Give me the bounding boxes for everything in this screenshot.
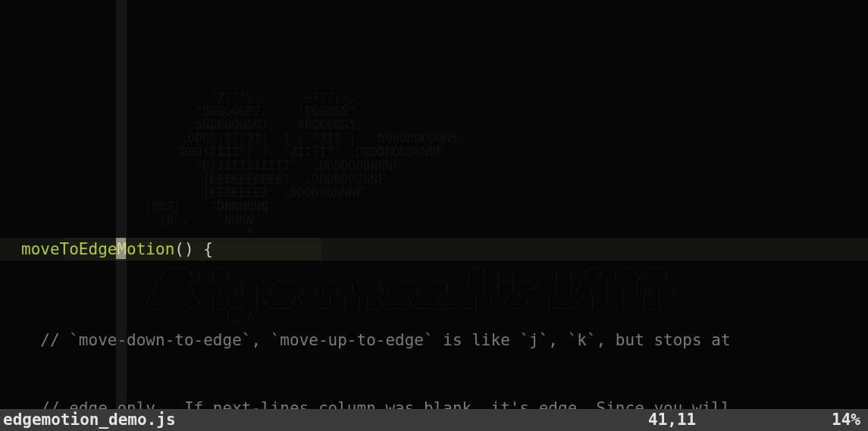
function-name: moveToEdgeMotion [21, 240, 174, 258]
code-line: moveToEdgeMotion() { [21, 238, 868, 261]
status-bar: edgemotion_demo.js 41,11 14% [0, 409, 868, 431]
code-line-comment: // `move-down-to-edge`, `move-up-to-edge… [21, 329, 868, 351]
status-cursor-position: 41,11 [648, 409, 815, 431]
function-open: () { [174, 240, 213, 258]
status-filename: edgemotion_demo.js [3, 409, 648, 431]
ascii-art-background: .?7??!:.. ~7???~. ^5GGGGGP7. !PGGGG5^ .5… [144, 91, 677, 323]
code-line-comment: // edge only. If next-lines column was b… [21, 397, 868, 409]
code-editor[interactable]: .?7??!:.. ~7???~. ^5GGGGGP7. !PGGGG5^ .5… [0, 0, 868, 409]
status-scroll-percent: 14% [815, 409, 868, 431]
